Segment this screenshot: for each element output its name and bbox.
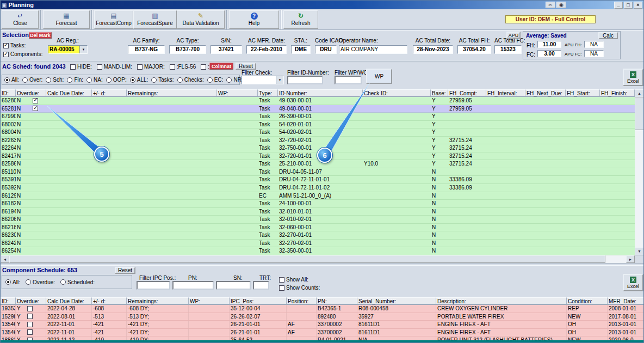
radio-oop[interactable]: OOP: <box>106 77 127 83</box>
table-row[interactable]: 13546Y2022-11-01-421-421 DY;26-21-01-01A… <box>1 321 644 329</box>
column-header[interactable]: ID: <box>1 89 16 97</box>
column-header[interactable]: FH_Compt: <box>448 89 486 97</box>
scrollbar-thumb[interactable] <box>635 97 644 130</box>
column-header[interactable]: IPC_Pos: <box>230 297 287 305</box>
restore-button[interactable]: □ <box>624 2 633 9</box>
table-row[interactable]: 86242NTask32-270-02-01N <box>1 240 635 248</box>
radio-overdue[interactable]: Overdue: <box>26 279 55 285</box>
pn-input[interactable] <box>172 281 214 290</box>
chevron-down-icon[interactable]: ▼ <box>79 46 87 53</box>
column-header[interactable]: Serial_Number: <box>357 297 436 305</box>
table-row[interactable]: 19353Y2022-04-28-608-608 DY;35-12-00-04B… <box>1 305 644 313</box>
table-row[interactable]: 86182NTask24-100-00-01N <box>1 200 635 208</box>
show-counts-checkbox[interactable]: Show Counts: <box>279 285 320 291</box>
vertical-scrollbar[interactable]: ▲ ▼ <box>635 89 644 255</box>
column-header[interactable]: FH_Interval: <box>486 89 525 97</box>
chevron-down-icon[interactable]: ▼ <box>276 76 283 84</box>
column-header[interactable]: Check ID: <box>363 89 431 97</box>
radio-all[interactable]: ALL: <box>130 77 148 83</box>
horizontal-scrollbar[interactable]: ◄ ► <box>1 255 635 263</box>
radio-ec[interactable]: EC: <box>207 77 224 83</box>
close-window-button[interactable]: × <box>634 2 642 9</box>
comp-excel-button[interactable]: X Excel <box>623 274 643 291</box>
column-header[interactable]: ID: <box>1 297 16 305</box>
table-row[interactable]: 67990NTask26-390-00-01Y <box>1 113 635 121</box>
forecastcomp-button[interactable]: ▤ ForecastComp <box>94 10 133 29</box>
scroll-down-button[interactable]: ▼ <box>635 247 644 255</box>
radio-na[interactable]: NA: <box>86 77 103 83</box>
apu-button[interactable]: APU <box>506 32 521 39</box>
table-row[interactable]: 82586NTask25-210-00-01Y10.0Y32715.24 <box>1 160 635 168</box>
close-button[interactable]: ↵ Close <box>2 10 39 29</box>
column-header[interactable]: +/- d: <box>92 89 127 97</box>
column-header[interactable]: Description: <box>436 297 567 305</box>
checkbox-fls-56[interactable]: :FLS-56 <box>170 64 196 70</box>
table-row[interactable]: 85391NTaskDRU-04-72-11-01-01N33386.09 <box>1 176 635 184</box>
radio-sch[interactable]: Sch: <box>46 77 64 83</box>
column-header[interactable]: Calc Due Date: <box>46 89 92 97</box>
ac-reg-select[interactable]: RA-00005 ▼ <box>48 45 88 54</box>
column-header[interactable]: FH_Finish: <box>600 89 635 97</box>
colmnat-button[interactable]: Colmnat <box>209 63 233 70</box>
calc-button[interactable]: Calc <box>598 32 618 39</box>
minimize-button[interactable]: _ <box>614 2 623 9</box>
column-header[interactable]: +/- d: <box>92 297 127 305</box>
column-header[interactable]: Condition: <box>567 297 608 305</box>
table-row[interactable]: 86218NTask32-060-00-01N <box>1 224 635 232</box>
table-row[interactable]: 15298Y2022-08-01-513-513 DY;26-26-02-078… <box>1 313 644 321</box>
column-header[interactable]: PN: <box>317 297 357 305</box>
filter-wp-input[interactable] <box>335 76 362 84</box>
table-row[interactable]: 13546Y2022-11-01-421-421 DY;26-21-01-01A… <box>1 329 644 337</box>
sn-input[interactable] <box>216 281 251 290</box>
scissors-button[interactable]: ✂ <box>546 2 555 8</box>
scroll-right-button[interactable]: ► <box>626 255 635 263</box>
table-row[interactable]: 86230NTask32-270-01-01N <box>1 231 635 240</box>
checkbox-major[interactable]: MAJOR: <box>137 64 165 70</box>
forecastspare-button[interactable]: ▥ ForecastSpare <box>133 10 177 29</box>
table-row[interactable]: 85392NTaskDRU-04-72-11-01-02N33386.09 <box>1 184 635 192</box>
filter-id-input[interactable] <box>287 76 323 84</box>
filter-ipc-input[interactable] <box>137 281 170 290</box>
show-all-checkbox[interactable]: Show All: <box>279 277 308 283</box>
table-row[interactable]: 68004NTask54-020-02-01Y <box>1 128 635 137</box>
scroll-up-button[interactable]: ▲ <box>635 89 644 97</box>
view-button[interactable]: ◉ <box>556 2 566 8</box>
table-row[interactable]: 86206NTask32-010-02-01N <box>1 216 635 224</box>
column-header[interactable]: Type: <box>258 89 278 97</box>
comp-reset-button[interactable]: Reset <box>115 267 135 274</box>
radio-over[interactable]: Over: <box>22 77 42 83</box>
column-header[interactable]: ID-Number: <box>278 89 363 97</box>
data-validation-button[interactable]: ✎ Data Validation <box>177 10 225 29</box>
wp-button[interactable]: WP <box>366 69 392 84</box>
row-checkbox[interactable] <box>27 322 33 327</box>
checkbox-mand-lim[interactable]: MAND-LIM: <box>97 64 132 70</box>
row-checkbox[interactable] <box>27 314 33 319</box>
row-checkbox[interactable] <box>33 106 38 111</box>
column-header[interactable]: FH_Next_Due: <box>525 89 566 97</box>
radio-checks[interactable]: Checks: <box>177 77 204 83</box>
column-header[interactable]: MFR_Date: <box>608 297 644 305</box>
column-header[interactable]: Calc Due Date: <box>46 297 92 305</box>
checkbox-hide[interactable]: HIDE: <box>70 64 92 70</box>
forecast-button[interactable]: ▦ Forecast <box>43 10 90 29</box>
table-row[interactable]: 85110NTaskDRU-04-05-11-07N <box>1 168 635 176</box>
scrollbar-track[interactable] <box>605 255 626 263</box>
scroll-left-button[interactable]: ◄ <box>1 255 9 263</box>
table-row[interactable]: 86129NECAMM 51-21-00_0_(A)N <box>1 192 635 200</box>
radio-all[interactable]: All: <box>5 279 20 285</box>
radio-all[interactable]: All: <box>4 77 19 83</box>
column-header[interactable]: Base: <box>431 89 448 97</box>
column-header[interactable]: WP: <box>189 297 230 305</box>
column-header[interactable]: Overdue: <box>16 297 46 305</box>
table-row[interactable]: 86194NTask32-010-01-01N <box>1 208 635 216</box>
row-checkbox[interactable] <box>27 329 33 335</box>
tasks-checkbox[interactable]: Tasks: <box>3 42 26 48</box>
components-checkbox[interactable]: Components: <box>3 51 42 57</box>
trt-input[interactable] <box>253 281 269 290</box>
radio-fin[interactable]: Fin: <box>67 77 83 83</box>
radio-scheduled[interactable]: Scheduled: <box>60 279 95 285</box>
sched-excel-button[interactable]: X Excel <box>623 69 643 86</box>
refresh-button[interactable]: ↻ Refresh <box>283 10 318 29</box>
column-header[interactable]: Remainings: <box>127 297 189 305</box>
scrollbar-thumb[interactable] <box>9 255 605 263</box>
